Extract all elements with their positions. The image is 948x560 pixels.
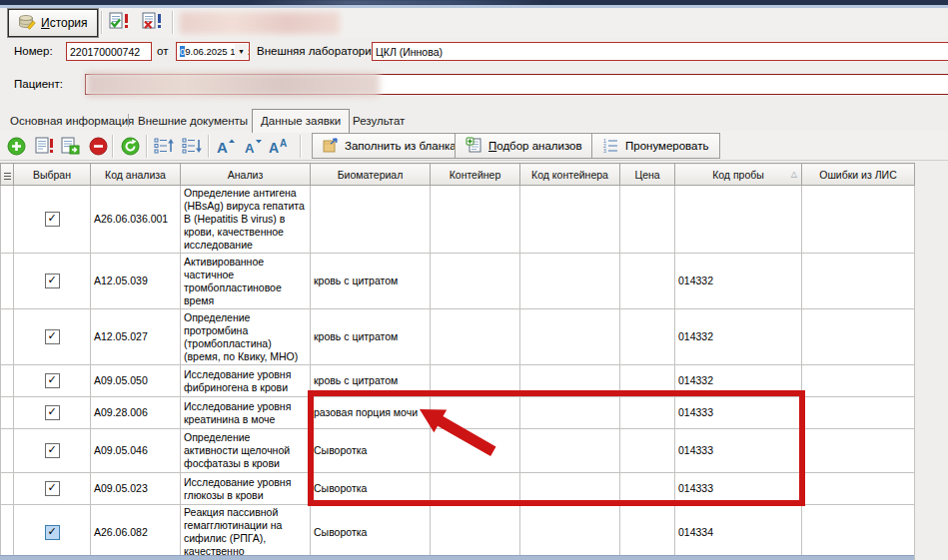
col-header-container[interactable]: Контейнер [431,164,520,186]
col-header-container-code[interactable]: Код контейнера [520,164,620,186]
row-selector-cell[interactable] [1,365,14,397]
analysis-cell[interactable]: Исследование уровня глюкозы в крови [181,473,311,505]
analysis-cell[interactable]: Исследование уровня креатинина в моче [181,397,311,429]
price-cell[interactable] [620,254,675,309]
analysis-code-cell[interactable]: A26.06.082 [91,505,181,560]
biomaterial-cell[interactable]: кровь с цитратом [311,309,431,365]
tab-main-info[interactable]: Основная информация [2,111,142,131]
col-header-analysis[interactable]: Анализ [181,164,311,186]
font-reset-button[interactable]: AA [268,135,292,157]
fill-from-form-button[interactable]: Заполнить из бланка [312,133,468,159]
tab-result[interactable]: Результат [345,111,413,131]
analysis-cell[interactable]: Определение активности щелочной фосфатаз… [181,429,311,473]
analysis-code-cell[interactable]: A26.06.036.001 [91,186,181,254]
selected-cell[interactable] [14,429,91,473]
biomaterial-cell[interactable]: Сыворотка [311,505,431,560]
lis-errors-cell[interactable] [802,429,915,473]
lis-errors-cell[interactable] [802,505,915,560]
analysis-cell[interactable]: Активированное частичное тромбопластинов… [181,254,311,309]
tab-external-docs[interactable]: Внешние документы [130,111,256,131]
selected-cell[interactable] [14,397,91,429]
table-row[interactable]: A26.06.036.001 Определение антигена (HBs… [1,186,915,254]
lis-errors-cell[interactable] [802,397,915,429]
selected-cell[interactable] [14,254,91,309]
col-header-analysis-code[interactable]: Код анализа [91,164,181,186]
font-decrease-button[interactable]: A [242,135,266,157]
analysis-code-cell[interactable]: A09.05.023 [91,473,181,505]
analysis-cell[interactable]: Исследование уровня фибриногена в крови [181,365,311,397]
biomaterial-cell[interactable] [311,186,431,254]
container-code-cell[interactable] [520,254,620,309]
selected-cell[interactable] [14,186,91,254]
history-button[interactable]: История [8,9,98,37]
container-code-cell[interactable] [520,309,620,365]
row-selector-cell[interactable] [1,473,14,505]
row-checkbox[interactable] [45,405,60,420]
col-header-selected[interactable]: Выбран [14,164,91,186]
price-cell[interactable] [620,505,675,560]
analysis-cell[interactable]: Определение антигена (HBsAg) вируса гепа… [181,186,311,254]
analysis-cell[interactable]: Определение протромбина (тромбопластина)… [181,309,311,365]
reject-document-button[interactable] [140,11,166,35]
lis-errors-cell[interactable] [802,365,915,397]
accept-document-button[interactable] [107,11,133,35]
next-row-partial[interactable] [0,555,914,560]
refresh-button[interactable] [118,135,142,157]
container-code-cell[interactable] [520,505,620,560]
sample-code-cell[interactable]: 014332 [675,309,802,365]
lis-errors-cell[interactable] [802,186,915,254]
row-checkbox[interactable] [45,212,60,227]
table-row[interactable]: A12.05.039 Активированное частичное тром… [1,254,915,309]
sample-code-cell[interactable]: 014332 [675,254,802,309]
sample-code-cell[interactable] [675,186,802,254]
biomaterial-cell[interactable]: кровь с цитратом [311,254,431,309]
row-checkbox[interactable] [45,443,60,458]
table-row-focused[interactable]: A26.06.082 Реакция пассивной гемагглютин… [1,505,915,560]
col-header-lis-errors[interactable]: Ошибки из ЛИС [802,164,915,186]
row-selector-cell[interactable] [1,397,14,429]
delete-row-button[interactable] [86,135,110,157]
container-cell[interactable] [431,186,520,254]
lis-errors-cell[interactable] [802,254,915,309]
selected-cell[interactable] [14,309,91,365]
row-selector-cell[interactable] [1,254,14,309]
move-down-button[interactable] [180,135,204,157]
container-cell[interactable] [431,309,520,365]
row-checkbox[interactable] [45,373,60,388]
row-checkbox[interactable] [45,481,60,496]
analysis-code-cell[interactable]: A12.05.039 [91,254,181,309]
col-header-biomaterial[interactable]: Биоматериал [311,164,431,186]
tab-request-data[interactable]: Данные заявки [252,109,350,133]
row-selector-cell[interactable] [1,505,14,560]
number-field[interactable]: 220170000742 [66,42,152,61]
date-dropdown-arrow-icon[interactable]: ▼ [235,44,248,59]
row-checkbox[interactable] [45,329,60,344]
analysis-code-cell[interactable]: A12.05.027 [91,309,181,365]
selected-cell[interactable] [14,505,91,560]
container-cell[interactable] [431,254,520,309]
edit-row-button[interactable] [32,135,56,157]
date-field[interactable]: 09.06.2025 11:42 ▼ [176,42,250,61]
lis-errors-cell[interactable] [802,473,915,505]
sample-code-cell[interactable]: 014334 [675,505,802,560]
table-row[interactable]: A12.05.027 Определение протромбина (тром… [1,309,915,365]
export-row-button[interactable] [58,135,82,157]
row-selector-cell[interactable] [1,309,14,365]
move-up-button[interactable] [152,135,176,157]
pick-analyses-button[interactable]: Подбор анализов [455,133,593,159]
row-selector-cell[interactable] [1,186,14,254]
selected-cell[interactable] [14,473,91,505]
enumerate-button[interactable]: 123 Пронумеровать [591,133,720,159]
selected-cell[interactable] [14,365,91,397]
row-selector-cell[interactable] [1,429,14,473]
lis-errors-cell[interactable] [802,309,915,365]
font-increase-button[interactable]: A [214,135,238,157]
row-checkbox[interactable] [45,274,60,288]
row-checkbox[interactable] [45,525,60,540]
col-header-sample-code[interactable]: Код пробы△ [675,164,802,186]
container-cell[interactable] [431,505,520,560]
analysis-code-cell[interactable]: A09.28.006 [91,397,181,429]
row-selector-header[interactable] [1,164,14,186]
external-lab-field[interactable]: ЦКЛ (Иннова) [372,42,948,61]
add-row-button[interactable] [4,135,28,157]
